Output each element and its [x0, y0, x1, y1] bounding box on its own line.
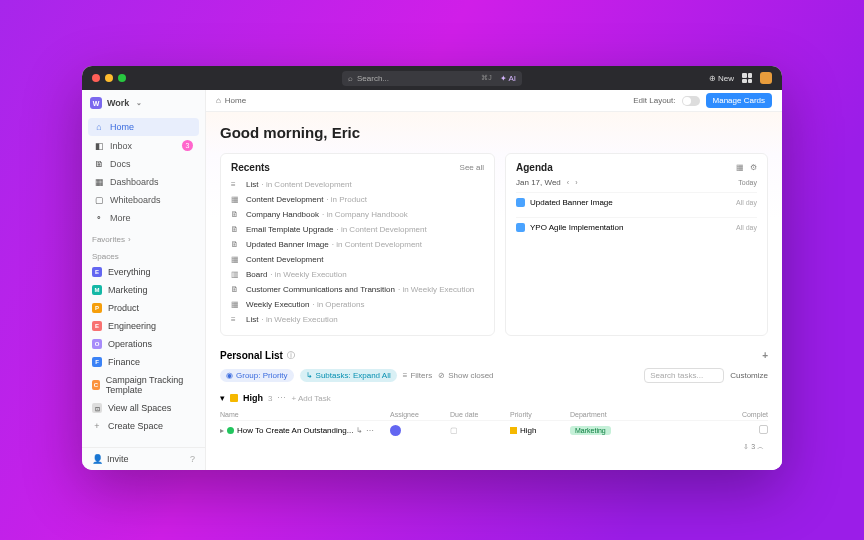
recent-item[interactable]: ▦Content Development	[231, 252, 484, 267]
chevron-down-icon: ⌄	[136, 99, 142, 107]
nav-dashboards[interactable]: ▦Dashboards	[88, 173, 199, 191]
assignee-avatar[interactable]	[390, 425, 401, 436]
group-chip[interactable]: ◉Group: Priority	[220, 369, 294, 382]
close-dot[interactable]	[92, 74, 100, 82]
ai-button[interactable]: ✦ AI	[500, 74, 516, 83]
search-shortcut: ⌘J	[481, 74, 492, 82]
agenda-next[interactable]: ›	[575, 179, 577, 186]
view-all-spaces[interactable]: ⊡View all Spaces	[82, 399, 205, 417]
space-item[interactable]: OOperations	[82, 335, 205, 353]
subtasks-chip[interactable]: ↳Subtasks: Expand All	[300, 369, 397, 382]
collapse-icon: ▾	[220, 393, 225, 403]
agenda-item[interactable]: YPO Agile ImplementationAll day	[516, 217, 757, 237]
home-icon: ⌂	[94, 122, 104, 132]
minimize-dot[interactable]	[105, 74, 113, 82]
help-icon[interactable]: ?	[190, 454, 195, 464]
recent-item[interactable]: ▥Board· in Weekly Execution	[231, 267, 484, 282]
invite-button[interactable]: 👤Invite	[92, 454, 129, 464]
recent-item[interactable]: ≡List· in Weekly Execution	[231, 312, 484, 327]
search-placeholder: Search...	[357, 74, 389, 83]
show-closed-button[interactable]: ⊘Show closed	[438, 371, 493, 380]
more-icon: ∘	[94, 213, 104, 223]
chevron-right-icon: ›	[128, 235, 131, 244]
recent-item[interactable]: 🗎Email Template Upgrade· in Content Deve…	[231, 222, 484, 237]
recent-item[interactable]: 🗎Customer Communications and Transition·…	[231, 282, 484, 297]
space-item[interactable]: MMarketing	[82, 281, 205, 299]
agenda-today[interactable]: Today	[738, 179, 757, 186]
space-item[interactable]: PProduct	[82, 299, 205, 317]
filters-button[interactable]: ≡Filters	[403, 371, 432, 380]
agenda-item[interactable]: Updated Banner ImageAll day	[516, 192, 757, 212]
manage-cards-button[interactable]: Manage Cards	[706, 93, 772, 108]
plist-title: Personal List	[220, 350, 283, 361]
titlebar: ⌕ Search... ⌘J ✦ AI ⊕New	[82, 66, 782, 90]
recents-card: RecentsSee all ≡List· in Content Develop…	[220, 153, 495, 336]
recent-item[interactable]: ≡List· in Content Development	[231, 177, 484, 192]
space-item[interactable]: CCampaign Tracking Template	[82, 371, 205, 399]
spaces-header: Spaces	[82, 246, 205, 263]
person-icon: 👤	[92, 454, 103, 464]
agenda-date: Jan 17, Wed	[516, 178, 561, 187]
agenda-prev[interactable]: ‹	[567, 179, 569, 186]
info-icon[interactable]: ⓘ	[287, 350, 295, 361]
status-dot	[227, 427, 234, 434]
zoom-dot[interactable]	[118, 74, 126, 82]
group-more[interactable]: ⋯	[277, 393, 286, 403]
space-item[interactable]: FFinance	[82, 353, 205, 371]
agenda-title: Agenda	[516, 162, 553, 173]
edit-layout-label: Edit Layout:	[633, 96, 675, 105]
due-date-icon[interactable]: ▢	[450, 426, 458, 435]
priority-flag-icon	[230, 394, 238, 402]
group-add-task[interactable]: + Add Task	[291, 394, 330, 403]
greeting: Good morning, Eric	[220, 124, 768, 141]
recents-title: Recents	[231, 162, 270, 173]
search-icon: ⌕	[348, 74, 353, 83]
nav-docs[interactable]: 🗎Docs	[88, 155, 199, 173]
main-area: ⌂ Home Edit Layout: Manage Cards Good mo…	[206, 90, 782, 470]
priority-flag-icon	[510, 427, 517, 434]
nav-home[interactable]: ⌂Home	[88, 118, 199, 136]
new-button[interactable]: ⊕New	[709, 74, 734, 83]
list-footer[interactable]: ⇩ 3 ︿	[743, 442, 764, 452]
calendar-icon[interactable]: ▦	[736, 163, 744, 172]
favorites-header[interactable]: Favorites›	[82, 229, 205, 246]
inbox-badge: 3	[182, 140, 193, 151]
home-icon: ⌂	[216, 96, 221, 105]
nav-whiteboards[interactable]: ▢Whiteboards	[88, 191, 199, 209]
apps-grid-icon[interactable]	[742, 73, 752, 83]
dept-tag: Marketing	[570, 426, 611, 435]
customize-button[interactable]: Customize	[730, 371, 768, 380]
agenda-card: Agenda ▦ ⚙ Jan 17, Wed ‹ › Today Updated…	[505, 153, 768, 336]
recent-item[interactable]: ▦Weekly Execution· in Operations	[231, 297, 484, 312]
space-item[interactable]: EEngineering	[82, 317, 205, 335]
app-window: ⌕ Search... ⌘J ✦ AI ⊕New W Work ⌄ ⌂Home …	[82, 66, 782, 470]
edit-layout-toggle[interactable]	[682, 96, 700, 106]
complete-checkbox[interactable]	[759, 425, 768, 434]
create-space[interactable]: +Create Space	[82, 417, 205, 435]
sidebar: W Work ⌄ ⌂Home ◧Inbox3 🗎Docs ▦Dashboards…	[82, 90, 206, 470]
nav-more[interactable]: ∘More	[88, 209, 199, 227]
recent-item[interactable]: 🗎Company Handbook· in Company Handbook	[231, 207, 484, 222]
space-item[interactable]: EEverything	[82, 263, 205, 281]
recent-item[interactable]: ▦Content Development· in Product	[231, 192, 484, 207]
row-more-icon[interactable]: ⋯	[366, 426, 374, 435]
priority-group-header[interactable]: ▾ High 3 ⋯ + Add Task	[220, 393, 768, 403]
task-row[interactable]: ▸How To Create An Outstanding...↳⋯ ▢ Hig…	[220, 421, 768, 440]
recents-see-all[interactable]: See all	[460, 163, 484, 172]
user-avatar[interactable]	[760, 72, 772, 84]
nav-inbox[interactable]: ◧Inbox3	[88, 136, 199, 155]
search-bar[interactable]: ⌕ Search... ⌘J ✦ AI	[342, 71, 522, 86]
dashboard-icon: ▦	[94, 177, 104, 187]
inbox-icon: ◧	[94, 141, 104, 151]
settings-icon[interactable]: ⚙	[750, 163, 757, 172]
plist-add[interactable]: +	[762, 350, 768, 361]
recent-item[interactable]: 🗎Updated Banner Image· in Content Develo…	[231, 237, 484, 252]
breadcrumb-bar: ⌂ Home Edit Layout: Manage Cards	[206, 90, 782, 112]
breadcrumb-home[interactable]: Home	[225, 96, 246, 105]
whiteboard-icon: ▢	[94, 195, 104, 205]
workspace-switcher[interactable]: W Work ⌄	[82, 90, 205, 116]
doc-icon: 🗎	[94, 159, 104, 169]
task-search[interactable]: Search tasks...	[644, 368, 724, 383]
table-header: NameAssigneeDue datePriorityDepartmentCo…	[220, 409, 768, 421]
subtasks-icon: ↳	[356, 426, 363, 435]
